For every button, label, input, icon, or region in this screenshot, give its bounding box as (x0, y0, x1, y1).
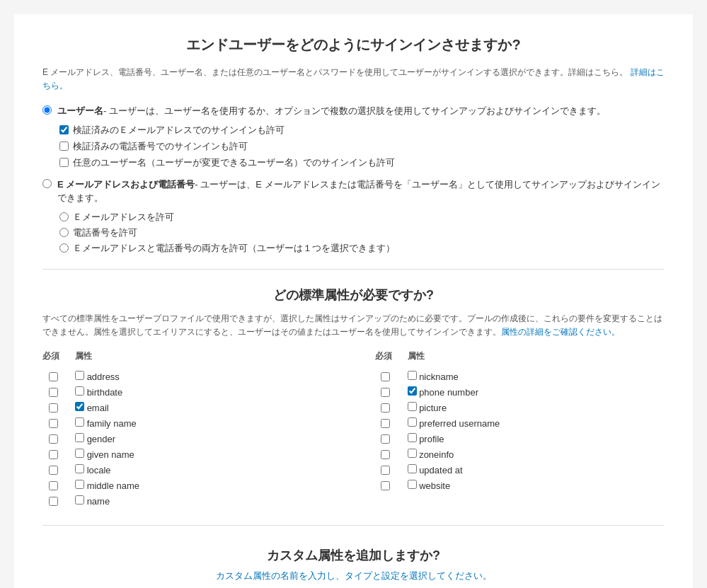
checked-phone-number[interactable] (408, 386, 417, 396)
header-required-right: 必須 (375, 350, 396, 362)
checked-zoneinfo[interactable] (408, 449, 417, 458)
header-required-left: 必須 (42, 350, 64, 362)
checked-gender[interactable] (75, 433, 84, 442)
email-phone-radio[interactable] (42, 179, 52, 188)
attr-row-phone-number: phone number (375, 386, 665, 398)
attr-row-gender: gender (42, 433, 333, 444)
required-website[interactable] (381, 481, 390, 490)
checked-address[interactable] (75, 371, 84, 380)
allow-phone-radio[interactable] (59, 228, 69, 237)
intro-text: E メールアドレス、電話番号、ユーザー名、または任意のユーザー名とパスワードを使… (42, 66, 665, 93)
username-label[interactable]: ユーザー名- ユーザーは、ユーザー名を使用するか、オプションで複数の選択肢を使用… (57, 104, 606, 118)
email-signin-label[interactable]: 検証済みのＥメールアドレスでのサインインも許可 (73, 124, 284, 137)
attr-row-zoneinfo: zoneinfo (375, 449, 665, 460)
username-option: ユーザー名- ユーザーは、ユーザー名を使用するか、オプションで複数の選択肢を使用… (42, 104, 665, 118)
attr-details-link[interactable]: 属性の詳細をご確認ください。 (501, 327, 620, 337)
required-phone-number[interactable] (381, 388, 390, 397)
email-phone-label[interactable]: E メールアドレスおよび電話番号- ユーザーは、E メールアドレスまたは電話番号… (57, 178, 665, 205)
required-name[interactable] (49, 497, 58, 506)
checked-nickname[interactable] (408, 371, 417, 380)
required-address[interactable] (49, 372, 58, 381)
header-attribute-right: 属性 (408, 350, 665, 362)
checked-website[interactable] (408, 480, 417, 489)
checked-family-name[interactable] (75, 417, 84, 427)
username-sub-options: 検証済みのＥメールアドレスでのサインインも許可 検証済みの電話番号でのサインイン… (59, 124, 665, 169)
required-updated-at[interactable] (381, 466, 390, 475)
phone-signin-label[interactable]: 検証済みの電話番号でのサインインも許可 (73, 140, 248, 153)
checked-profile[interactable] (408, 433, 417, 442)
attr-row-given-name: given name (42, 449, 333, 460)
custom-desc: カスタム属性の名前を入力し、タイプと設定を選択してください。 (42, 570, 665, 582)
attr-column-left: 必須 属性 address birthdate email family nam… (42, 350, 333, 511)
checked-middle-name[interactable] (75, 480, 84, 489)
required-gender[interactable] (49, 434, 58, 444)
attributes-desc: すべての標準属性をユーザープロファイルで使用できますが、選択した属性はサインアッ… (42, 312, 665, 339)
required-family-name[interactable] (49, 419, 58, 428)
attr-row-website: website (375, 480, 665, 491)
checked-locale[interactable] (75, 464, 84, 473)
required-email[interactable] (49, 403, 58, 413)
checked-given-name[interactable] (75, 449, 84, 458)
custom-title: カスタム属性を追加しますか? (42, 547, 665, 564)
attr-row-nickname: nickname (375, 371, 665, 382)
checked-birthdate[interactable] (75, 386, 84, 396)
allow-both-option: Ｅメールアドレスと電話番号の両方を許可（ユーザーは１つを選択できます） (59, 242, 665, 255)
allow-email-option: Ｅメールアドレスを許可 (59, 211, 665, 224)
attr-row-locale: locale (42, 464, 333, 475)
attr-row-preferred-username: preferred username (375, 417, 665, 429)
allow-phone-label[interactable]: 電話番号を許可 (73, 226, 137, 239)
required-zoneinfo[interactable] (381, 450, 390, 459)
attr-row-updated-at: updated at (375, 464, 665, 475)
attr-row-picture: picture (375, 402, 665, 413)
required-nickname[interactable] (381, 372, 390, 381)
attributes-title: どの標準属性が必要ですか? (42, 287, 665, 304)
username-radio[interactable] (42, 105, 52, 115)
arbitrary-username-label[interactable]: 任意のユーザー名（ユーザーが変更できるユーザー名）でのサインインも許可 (73, 156, 395, 169)
email-phone-sub-options: Ｅメールアドレスを許可 電話番号を許可 Ｅメールアドレスと電話番号の両方を許可（… (59, 211, 665, 255)
signin-options: ユーザー名- ユーザーは、ユーザー名を使用するか、オプションで複数の選択肢を使用… (42, 104, 665, 255)
checked-picture[interactable] (408, 402, 417, 411)
phone-signin-checkbox[interactable] (59, 142, 69, 151)
checked-email[interactable] (75, 402, 84, 411)
attr-header-left: 必須 属性 (42, 350, 333, 365)
allow-email-radio[interactable] (59, 212, 69, 221)
required-picture[interactable] (381, 403, 390, 413)
attr-row-birthdate: birthdate (42, 386, 333, 398)
attributes-table: 必須 属性 address birthdate email family nam… (42, 350, 665, 511)
email-signin-option: 検証済みのＥメールアドレスでのサインインも許可 (59, 124, 665, 137)
arbitrary-username-option: 任意のユーザー名（ユーザーが変更できるユーザー名）でのサインインも許可 (59, 156, 665, 169)
attr-row-name: name (42, 495, 333, 507)
custom-attributes-section: カスタム属性を追加しますか? カスタム属性の名前を入力し、タイプと設定を選択して… (42, 547, 665, 588)
attr-row-profile: profile (375, 433, 665, 444)
required-preferred-username[interactable] (381, 419, 390, 428)
checked-preferred-username[interactable] (408, 417, 417, 427)
header-attribute-left: 属性 (75, 350, 333, 362)
required-locale[interactable] (49, 466, 58, 475)
attr-row-family-name: family name (42, 417, 333, 429)
page-title: エンドユーザーをどのようにサインインさせますか? (42, 35, 665, 54)
allow-both-label[interactable]: Ｅメールアドレスと電話番号の両方を許可（ユーザーは１つを選択できます） (73, 242, 395, 255)
allow-email-label[interactable]: Ｅメールアドレスを許可 (73, 211, 174, 224)
email-phone-option: E メールアドレスおよび電話番号- ユーザーは、E メールアドレスまたは電話番号… (42, 178, 665, 205)
allow-both-radio[interactable] (59, 243, 69, 253)
attr-column-right: 必須 属性 nickname phone number picture pref… (375, 350, 665, 511)
attr-row-middle-name: middle name (42, 480, 333, 491)
checked-updated-at[interactable] (408, 464, 417, 473)
main-container: エンドユーザーをどのようにサインインさせますか? E メールアドレス、電話番号、… (14, 14, 693, 588)
attr-row-address: address (42, 371, 333, 382)
required-given-name[interactable] (49, 450, 58, 459)
attr-row-email: email (42, 402, 333, 413)
phone-signin-option: 検証済みの電話番号でのサインインも許可 (59, 140, 665, 153)
arbitrary-username-checkbox[interactable] (59, 158, 69, 167)
section-divider-2 (42, 525, 665, 526)
allow-phone-option: 電話番号を許可 (59, 226, 665, 239)
required-profile[interactable] (381, 434, 390, 444)
email-signin-checkbox[interactable] (59, 125, 69, 134)
checked-name[interactable] (75, 495, 84, 505)
attr-header-right: 必須 属性 (375, 350, 665, 365)
required-birthdate[interactable] (49, 388, 58, 397)
required-middle-name[interactable] (49, 481, 58, 490)
section-divider-1 (42, 269, 665, 270)
